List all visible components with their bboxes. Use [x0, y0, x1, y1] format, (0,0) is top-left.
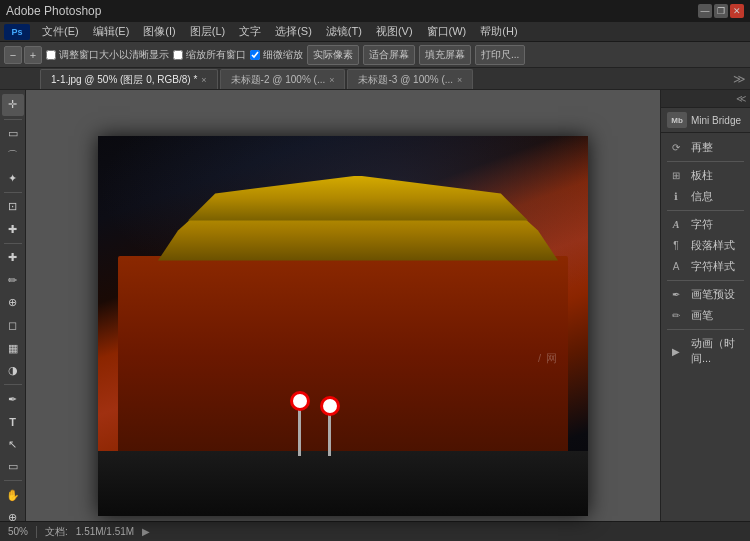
tab-2[interactable]: 未标题-2 @ 100% (... × — [220, 69, 346, 89]
tool-gradient[interactable]: ▦ — [2, 337, 24, 359]
road-area — [98, 451, 588, 516]
resize-window-checkbox[interactable] — [46, 50, 56, 60]
tool-type[interactable]: T — [2, 411, 24, 433]
tab-3[interactable]: 未标题-3 @ 100% (... × — [347, 69, 473, 89]
panel-item-4-label: 段落样式 — [691, 238, 735, 253]
tool-marquee-rect[interactable]: ▭ — [2, 123, 24, 145]
panel-item-4-icon: ¶ — [667, 239, 685, 253]
menu-layer[interactable]: 图层(L) — [184, 23, 231, 40]
menubar: Ps 文件(E) 编辑(E) 图像(I) 图层(L) 文字 选择(S) 滤镜(T… — [0, 22, 750, 42]
panel-separator-2 — [667, 210, 744, 211]
scrubby-zoom-checkbox[interactable] — [250, 50, 260, 60]
menu-filter[interactable]: 滤镜(T) — [320, 23, 368, 40]
tabs-bar: 1-1.jpg @ 50% (图层 0, RGB/8) * × 未标题-2 @ … — [0, 68, 750, 90]
panel-item-7[interactable]: ✏ 画笔 — [661, 305, 750, 326]
panel-item-8[interactable]: ▶ 动画（时间... — [661, 333, 750, 369]
menu-file[interactable]: 文件(E) — [36, 23, 85, 40]
file-label: 文档: — [45, 525, 68, 539]
tool-healing[interactable]: ✚ — [2, 247, 24, 269]
panel-separator-3 — [667, 280, 744, 281]
building-wall — [118, 256, 568, 456]
panel-item-6[interactable]: ✒ 画笔预设 — [661, 284, 750, 305]
tab-1-close[interactable]: × — [201, 75, 206, 85]
menu-window[interactable]: 窗口(W) — [421, 23, 473, 40]
tool-magic-wand[interactable]: ✦ — [2, 168, 24, 190]
tab-3-label: 未标题-3 @ 100% (... — [358, 73, 453, 87]
panel-item-6-label: 画笔预设 — [691, 287, 735, 302]
panel-item-3[interactable]: A 字符 — [661, 214, 750, 235]
menu-text[interactable]: 文字 — [233, 23, 267, 40]
panel-item-2-icon: ℹ — [667, 190, 685, 204]
image-display: / 网 — [98, 136, 588, 516]
panel-item-7-icon: ✏ — [667, 309, 685, 323]
panel-items-list: ⟳ 再整 ⊞ 板柱 ℹ 信息 A 字符 ¶ 段落样式 A — [661, 133, 750, 373]
panel-item-1[interactable]: ⊞ 板柱 — [661, 165, 750, 186]
tool-separator-4 — [4, 384, 22, 385]
zoom-all-option: 缩放所有窗口 — [173, 48, 246, 62]
fit-screen-button[interactable]: 适合屏幕 — [363, 45, 415, 65]
tab-2-close[interactable]: × — [329, 75, 334, 85]
tab-1-label: 1-1.jpg @ 50% (图层 0, RGB/8) * — [51, 73, 197, 87]
tab-3-close[interactable]: × — [457, 75, 462, 85]
panel-item-1-label: 板柱 — [691, 168, 713, 183]
tool-path-select[interactable]: ↖ — [2, 433, 24, 455]
tab-1[interactable]: 1-1.jpg @ 50% (图层 0, RGB/8) * × — [40, 69, 218, 89]
tool-lasso[interactable]: ⌒ — [2, 145, 24, 167]
panel-item-0[interactable]: ⟳ 再整 — [661, 137, 750, 158]
tool-hand[interactable]: ✋ — [2, 484, 24, 506]
menu-select[interactable]: 选择(S) — [269, 23, 318, 40]
options-bar: − + 调整窗口大小以清晰显示 缩放所有窗口 细微缩放 实际像素 适合屏幕 填充… — [0, 42, 750, 68]
panel-item-0-icon: ⟳ — [667, 141, 685, 155]
zoom-in-button[interactable]: + — [24, 46, 42, 64]
panel-separator-4 — [667, 329, 744, 330]
left-toolbar: ✛ ▭ ⌒ ✦ ⊡ ✚ ✚ ✏ ⊕ ◻ ▦ ◑ ✒ T ↖ ▭ ✋ ⊕ — [0, 90, 26, 541]
statusbar-arrow[interactable]: ▶ — [142, 526, 150, 537]
close-button[interactable]: ✕ — [730, 4, 744, 18]
zoom-controls: − + — [4, 46, 42, 64]
fill-screen-button[interactable]: 填充屏幕 — [419, 45, 471, 65]
tab-2-label: 未标题-2 @ 100% (... — [231, 73, 326, 87]
panel-item-5[interactable]: A 字符样式 — [661, 256, 750, 277]
tool-eraser[interactable]: ◻ — [2, 315, 24, 337]
panel-header: ≪ — [661, 90, 750, 108]
tool-clone[interactable]: ⊕ — [2, 292, 24, 314]
zoom-out-button[interactable]: − — [4, 46, 22, 64]
tool-crop[interactable]: ⊡ — [2, 196, 24, 218]
panel-item-2[interactable]: ℹ 信息 — [661, 186, 750, 207]
panel-item-3-label: 字符 — [691, 217, 713, 232]
zoom-all-checkbox[interactable] — [173, 50, 183, 60]
menu-image[interactable]: 图像(I) — [137, 23, 181, 40]
minimize-button[interactable]: — — [698, 4, 712, 18]
canvas[interactable]: / 网 — [98, 136, 588, 516]
menu-help[interactable]: 帮助(H) — [474, 23, 523, 40]
panel-item-6-icon: ✒ — [667, 288, 685, 302]
mini-bridge-label: Mini Bridge — [691, 115, 741, 126]
statusbar: 50% 文档: 1.51M/1.51M ▶ — [0, 521, 750, 541]
menu-view[interactable]: 视图(V) — [370, 23, 419, 40]
actual-pixels-button[interactable]: 实际像素 — [307, 45, 359, 65]
panel-separator-1 — [667, 161, 744, 162]
panel-collapse-arrow[interactable]: ≪ — [736, 93, 746, 104]
tool-brush[interactable]: ✏ — [2, 270, 24, 292]
tool-move[interactable]: ✛ — [2, 94, 24, 116]
tool-dodge[interactable]: ◑ — [2, 360, 24, 382]
file-size: 1.51M/1.51M — [76, 526, 134, 537]
restore-button[interactable]: ❐ — [714, 4, 728, 18]
tool-separator-1 — [4, 119, 22, 120]
tabs-collapse-arrow[interactable]: ≫ — [733, 72, 746, 86]
main-area: ✛ ▭ ⌒ ✦ ⊡ ✚ ✚ ✏ ⊕ ◻ ▦ ◑ ✒ T ↖ ▭ ✋ ⊕ — [0, 90, 750, 541]
panel-item-4[interactable]: ¶ 段落样式 — [661, 235, 750, 256]
tool-eyedropper[interactable]: ✚ — [2, 219, 24, 241]
tool-pen[interactable]: ✒ — [2, 388, 24, 410]
menu-edit[interactable]: 编辑(E) — [87, 23, 136, 40]
panel-item-0-label: 再整 — [691, 140, 713, 155]
print-size-button[interactable]: 打印尺... — [475, 45, 525, 65]
app-title: Adobe Photoshop — [6, 4, 101, 18]
panel-item-8-label: 动画（时间... — [691, 336, 744, 366]
window-controls: — ❐ ✕ — [698, 4, 744, 18]
panel-item-5-label: 字符样式 — [691, 259, 735, 274]
tool-separator-2 — [4, 192, 22, 193]
tool-shape[interactable]: ▭ — [2, 456, 24, 478]
panel-item-3-icon: A — [667, 218, 685, 232]
right-panel: ≪ Mb Mini Bridge ⟳ 再整 ⊞ 板柱 ℹ 信息 A 字符 — [660, 90, 750, 541]
